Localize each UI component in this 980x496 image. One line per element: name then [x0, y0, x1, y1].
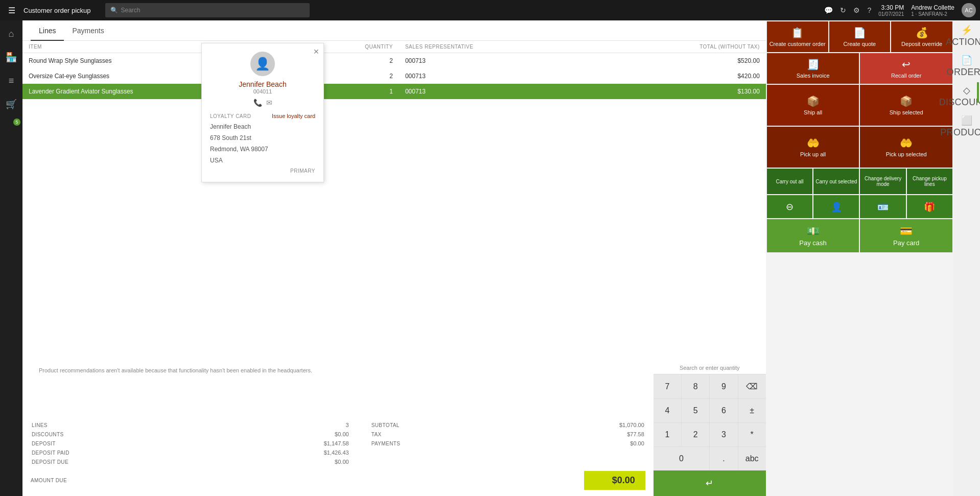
- settings-icon[interactable]: ⚙: [853, 6, 860, 14]
- customer-name: Jennifer Beach: [210, 80, 315, 88]
- table-row[interactable]: Oversize Cat-eye Sunglasses 2 000713 $42…: [22, 68, 766, 84]
- icon-btn-2[interactable]: 👤: [813, 195, 859, 218]
- sidebar-item-home[interactable]: ⌂: [0, 22, 22, 45]
- refresh-icon[interactable]: ↻: [840, 6, 846, 14]
- lines-label: LINES: [32, 421, 222, 429]
- orders-icon: 📄: [961, 55, 972, 66]
- amount-due-label: AMOUNT DUE: [31, 478, 580, 483]
- numpad-search-label: Search or enter quantity: [654, 362, 766, 374]
- store-info: 1 · SANFRAN-2: [911, 11, 954, 17]
- numpad-backspace[interactable]: ⌫: [738, 374, 766, 398]
- email-icon[interactable]: ✉: [266, 99, 272, 107]
- change-pickup-lines-button[interactable]: Change pickup lines: [907, 169, 952, 194]
- deposit-override-button[interactable]: 💰 Deposit override: [891, 21, 952, 52]
- sidebar-item-cart[interactable]: 🛒: [0, 93, 22, 115]
- recommendation-area: Product recommendations aren't available…: [22, 363, 654, 384]
- tab-payments[interactable]: Payments: [64, 20, 112, 41]
- main-area: Lines Payments ITEM QUANTITY SALES REPRE…: [22, 20, 980, 496]
- cart-badge: 5: [13, 119, 20, 126]
- create-customer-order-button[interactable]: 📋 Create customer order: [767, 21, 828, 52]
- tax-value: $77.58: [518, 430, 644, 438]
- icon-btn-1[interactable]: ⊖: [767, 195, 812, 218]
- numpad-6[interactable]: 6: [710, 399, 737, 422]
- create-customer-order-label: Create customer order: [769, 41, 826, 47]
- username: Andrew Collette: [911, 4, 954, 11]
- recall-order-button[interactable]: ↩ Recall order: [860, 53, 952, 84]
- numpad-abc[interactable]: abc: [738, 447, 766, 470]
- icon-btn-3[interactable]: 🪪: [860, 195, 905, 218]
- discounts-value: $0.00: [223, 430, 348, 438]
- amount-due-value: $0.00: [584, 471, 645, 490]
- datetime: 3:30 PM 01/07/2021: [878, 4, 904, 17]
- side-icon-discounts[interactable]: ◇ DISCOUNTS: [954, 82, 979, 111]
- pay-card-label: Pay card: [893, 239, 919, 247]
- deposit-value: $1,147.58: [223, 439, 348, 447]
- numpad-3[interactable]: 3: [710, 423, 737, 446]
- pickup-all-icon: 🤲: [807, 137, 820, 149]
- deposit-override-label: Deposit override: [901, 41, 942, 47]
- primary-badge: PRIMARY: [210, 168, 315, 174]
- table-row[interactable]: Lavender Gradient Aviator Sunglasses 1 0…: [22, 84, 766, 99]
- pay-card-button[interactable]: 💳 Pay card: [860, 219, 952, 252]
- numpad-8[interactable]: 8: [682, 374, 709, 398]
- numpad-9[interactable]: 9: [710, 374, 737, 398]
- tab-lines[interactable]: Lines: [31, 20, 64, 41]
- carry-out-selected-button[interactable]: Carry out selected: [813, 169, 859, 194]
- subtotal-label: SUBTOTAL: [371, 421, 518, 429]
- pick-up-selected-button[interactable]: 🤲 Pick up selected: [860, 127, 952, 168]
- side-icon-products[interactable]: ⬜ PRODUCTS: [954, 112, 979, 141]
- sales-invoice-button[interactable]: 🧾 Sales invoice: [767, 53, 859, 84]
- numpad-plusminus[interactable]: ±: [738, 399, 766, 422]
- numpad-1[interactable]: 1: [654, 423, 681, 446]
- change-delivery-mode-button[interactable]: Change delivery mode: [860, 169, 905, 194]
- pick-up-all-label: Pick up all: [800, 151, 826, 157]
- customer-avatar: 👤: [250, 52, 275, 76]
- search-bar[interactable]: 🔍 Search: [105, 3, 310, 17]
- numpad-decimal[interactable]: .: [710, 447, 737, 470]
- sidebar-item-badge[interactable]: 5: [0, 116, 22, 139]
- sidebar-item-menu[interactable]: ≡: [0, 69, 22, 92]
- phone-icon[interactable]: 📞: [253, 99, 262, 107]
- customer-card-close[interactable]: ✕: [313, 48, 319, 56]
- numpad-5[interactable]: 5: [682, 399, 709, 422]
- date-display: 01/07/2021: [878, 11, 904, 17]
- side-icon-orders[interactable]: 📄 ORDERS: [954, 52, 979, 81]
- menu-icon: ≡: [9, 76, 14, 86]
- sales-invoice-icon: 🧾: [807, 58, 820, 70]
- numpad-enter[interactable]: ↵: [654, 470, 766, 496]
- pick-up-all-button[interactable]: 🤲 Pick up all: [767, 127, 859, 168]
- app-title: Customer order pickup: [24, 7, 91, 14]
- home-icon: ⌂: [9, 29, 14, 39]
- pay-cash-button[interactable]: 💵 Pay cash: [767, 219, 859, 252]
- icon-btn-4[interactable]: 🎁: [907, 195, 952, 218]
- address-line1: 678 South 21st: [210, 134, 315, 141]
- ship-selected-icon: 📦: [900, 95, 913, 107]
- avatar[interactable]: AC: [962, 3, 976, 17]
- numpad-4[interactable]: 4: [654, 399, 681, 422]
- row2-sales-rep: 000713: [399, 68, 592, 84]
- chat-icon[interactable]: 💬: [824, 6, 833, 14]
- action-column: 📋 Create customer order 📄 Create quote 💰…: [766, 20, 953, 496]
- topbar-right: 💬 ↻ ⚙ ? 3:30 PM 01/07/2021 Andrew Collet…: [824, 3, 976, 17]
- hamburger-menu[interactable]: ☰: [4, 6, 19, 15]
- numpad-7[interactable]: 7: [654, 374, 681, 398]
- carry-out-all-button[interactable]: Carry out all: [767, 169, 812, 194]
- amount-due-row: AMOUNT DUE $0.00: [31, 471, 645, 490]
- numpad-0[interactable]: 0: [654, 447, 710, 470]
- sidebar-item-store[interactable]: 🏪: [0, 46, 22, 68]
- ship-all-button[interactable]: 📦 Ship all: [767, 85, 859, 126]
- create-quote-button[interactable]: 📄 Create quote: [829, 21, 891, 52]
- numpad-multiply[interactable]: *: [738, 423, 766, 446]
- recall-order-label: Recall order: [891, 73, 921, 79]
- topbar: ☰ Customer order pickup 🔍 Search 💬 ↻ ⚙ ?…: [0, 0, 980, 20]
- card-icon: 💳: [900, 225, 913, 237]
- numpad-2[interactable]: 2: [682, 423, 709, 446]
- side-icon-actions[interactable]: ⚡ ACTIONS: [954, 21, 979, 51]
- orders-label: ORDERS: [947, 67, 980, 78]
- summary-area: LINES 3 SUBTOTAL $1,070.00 DISCOUNTS $0.…: [22, 414, 654, 496]
- issue-loyalty-card-link[interactable]: Issue loyalty card: [272, 113, 315, 119]
- help-icon[interactable]: ?: [867, 6, 871, 14]
- recommendation-text: Product recommendations aren't available…: [31, 367, 645, 373]
- left-panel: Lines Payments ITEM QUANTITY SALES REPRE…: [22, 20, 766, 496]
- table-row[interactable]: Round Wrap Style Sunglasses 2 000713 $52…: [22, 53, 766, 69]
